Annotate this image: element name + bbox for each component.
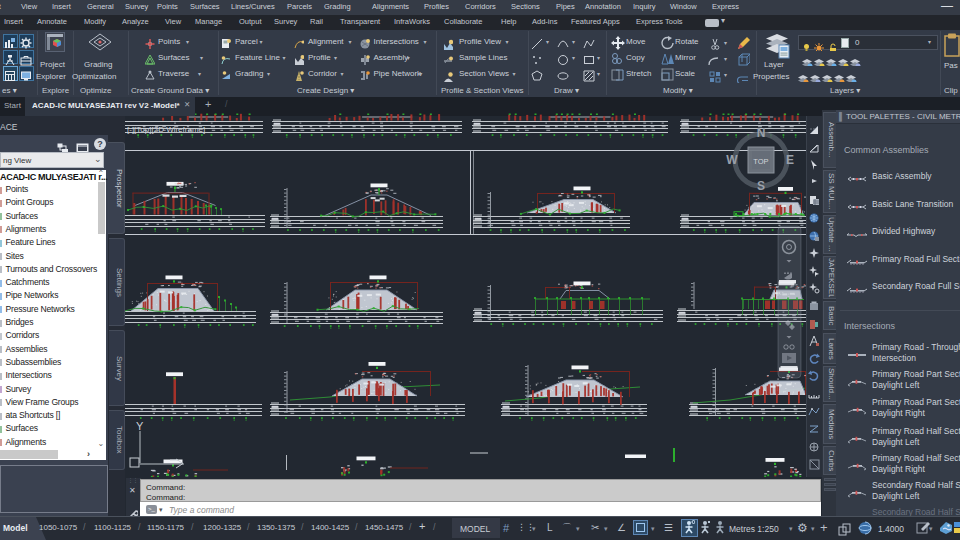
svg-text:S: S — [757, 179, 765, 193]
svg-text:TOP: TOP — [753, 157, 768, 166]
svg-text:W: W — [726, 153, 738, 167]
svg-text:E: E — [786, 153, 794, 167]
svg-text:Y: Y — [136, 420, 144, 432]
svg-text:N: N — [757, 126, 766, 140]
svg-text:[-][Top][2D Wireframe]: [-][Top][2D Wireframe] — [127, 125, 205, 134]
